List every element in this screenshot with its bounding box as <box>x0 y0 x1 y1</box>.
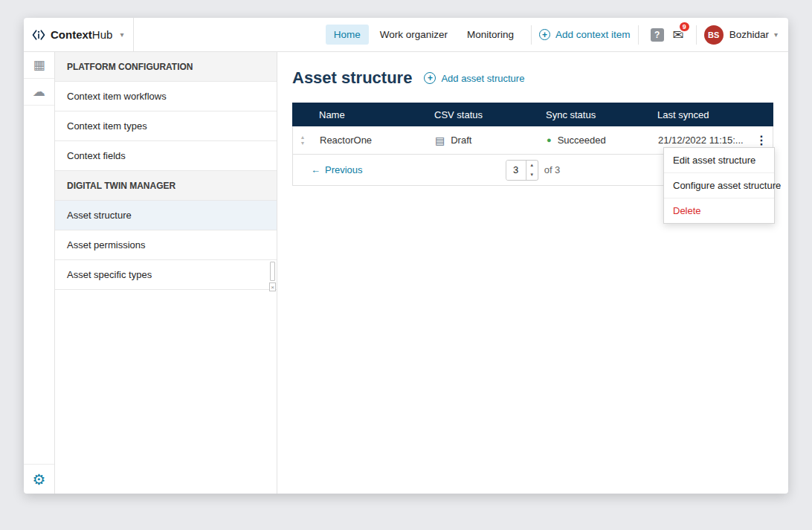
chevron-down-icon: ▾ <box>774 30 778 39</box>
header-cell-name: Name <box>312 109 427 120</box>
previous-label: Previous <box>325 164 363 175</box>
page-number-stepper: ▲ ▼ <box>506 160 538 181</box>
cloud-icon: ☁ <box>33 84 45 100</box>
arrow-left-icon: ← <box>311 164 320 175</box>
sidebar-item-context-item-types[interactable]: Context item types <box>55 112 277 141</box>
brand-name: ContextHub <box>51 28 112 41</box>
help-button[interactable]: ? <box>651 28 664 42</box>
draft-document-icon: ▤ <box>435 135 445 146</box>
page-increment-icon[interactable]: ▲ <box>526 161 538 170</box>
icon-rail: ▦ ☁ ⚙ <box>24 52 55 494</box>
nav-item-home[interactable]: Home <box>326 25 369 45</box>
header-cell-sync-status: Sync status <box>538 109 650 120</box>
divider <box>638 25 639 45</box>
add-asset-structure-button[interactable]: + Add asset structure <box>424 72 524 84</box>
sidebar-item-asset-structure[interactable]: Asset structure <box>55 201 277 230</box>
settings-rail-button[interactable]: ⚙ <box>24 464 54 494</box>
contexthub-logo-icon <box>31 28 46 42</box>
row-context-menu: Edit asset structure Configure asset str… <box>663 147 775 224</box>
header-cell-last-synced: Last synced <box>650 109 751 120</box>
sidebar-section-digital-twin-manager: DIGITAL TWIN MANAGER <box>55 171 277 201</box>
nav-item-monitoring[interactable]: Monitoring <box>459 25 522 45</box>
sidebar-item-asset-permissions[interactable]: Asset permissions <box>55 230 277 260</box>
avatar: BS <box>704 25 724 45</box>
divider <box>531 25 532 45</box>
user-menu-button[interactable]: BS Bozhidar ▾ <box>704 25 778 45</box>
cell-csv-status: ▤ Draft <box>428 135 539 146</box>
notification-badge: 9 <box>678 21 691 33</box>
brand-menu[interactable]: ContextHub ▾ <box>24 18 134 51</box>
dashboard-icon: ▦ <box>33 57 45 73</box>
page-title: Asset structure <box>292 68 412 88</box>
cell-last-synced: 21/12/2022 11:15:... <box>651 135 750 146</box>
app-body: ▦ ☁ ⚙ PLATFORM CONFIGURATION Context ite… <box>24 52 788 494</box>
menu-item-configure-asset-structure[interactable]: Configure asset structure <box>664 173 774 198</box>
mail-icon: ✉ 9 <box>673 27 684 43</box>
sidebar-item-asset-specific-types[interactable]: Asset specific types <box>55 260 277 290</box>
cell-actions: ⋮ <box>750 133 773 147</box>
csv-status-label: Draft <box>451 135 471 146</box>
cell-name: ReactorOne <box>312 135 428 146</box>
sidebar: PLATFORM CONFIGURATION Context item work… <box>55 52 277 494</box>
page-count-label: of 3 <box>544 164 561 175</box>
success-dot-icon: ● <box>547 136 552 144</box>
sidebar-section-platform-configuration: PLATFORM CONFIGURATION <box>55 52 277 82</box>
user-name: Bozhidar <box>729 29 769 40</box>
sidebar-item-context-fields[interactable]: Context fields <box>55 141 277 171</box>
add-context-item-label: Add context item <box>555 29 631 40</box>
sidebar-item-context-item-workflows[interactable]: Context item workflows <box>55 82 277 112</box>
main-content: Asset structure + Add asset structure Na… <box>277 52 788 494</box>
page-number-input[interactable] <box>506 161 526 180</box>
add-asset-structure-label: Add asset structure <box>441 73 524 84</box>
row-reorder-control: ▲ ▼ <box>293 135 312 146</box>
sync-status-label: Succeeded <box>558 135 606 146</box>
sidebar-scrollbar: × <box>269 262 276 291</box>
plus-circle-icon: + <box>424 72 436 84</box>
close-icon[interactable]: × <box>269 282 276 291</box>
cell-sync-status: ● Succeeded <box>539 135 651 146</box>
plus-circle-icon: + <box>539 29 550 40</box>
cloud-rail-button[interactable]: ☁ <box>24 79 54 106</box>
top-navigation: Home Work organizer Monitoring + Add con… <box>324 18 788 51</box>
notifications-button[interactable]: ✉ 9 <box>673 27 684 43</box>
header-cell-csv-status: CSV status <box>427 109 538 120</box>
move-up-icon[interactable]: ▲ <box>300 135 306 140</box>
table-header-row: Name CSV status Sync status Last synced <box>292 103 773 126</box>
gear-icon: ⚙ <box>33 471 46 488</box>
help-icon: ? <box>651 28 664 42</box>
dashboard-rail-button[interactable]: ▦ <box>24 52 54 79</box>
menu-item-delete[interactable]: Delete <box>664 198 774 223</box>
menu-item-edit-asset-structure[interactable]: Edit asset structure <box>664 148 774 173</box>
move-down-icon[interactable]: ▼ <box>300 140 306 146</box>
app-window: ContextHub ▾ Home Work organizer Monitor… <box>24 18 788 494</box>
add-context-item-button[interactable]: + Add context item <box>539 29 631 40</box>
topbar: ContextHub ▾ Home Work organizer Monitor… <box>24 18 788 52</box>
divider <box>696 25 697 45</box>
kebab-menu-icon[interactable]: ⋮ <box>755 133 767 147</box>
page-decrement-icon[interactable]: ▼ <box>526 170 538 180</box>
nav-item-work-organizer[interactable]: Work organizer <box>372 25 456 45</box>
chevron-down-icon: ▾ <box>120 30 123 39</box>
scrollbar-thumb[interactable] <box>270 262 275 281</box>
previous-page-button[interactable]: ← Previous <box>311 164 363 175</box>
